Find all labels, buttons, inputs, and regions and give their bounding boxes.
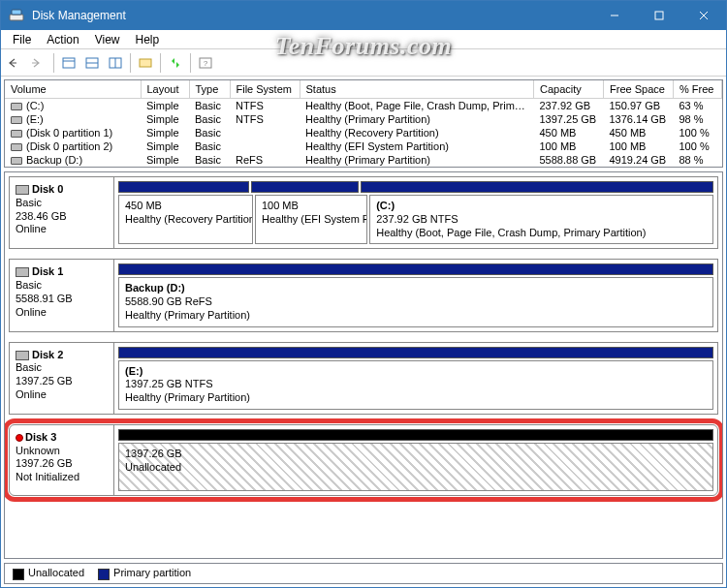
partition-lane: (E:) 1397.25 GB NTFS Healthy (Primary Pa…	[114, 343, 717, 414]
disk-icon	[16, 351, 29, 360]
col-type[interactable]: Type	[189, 80, 230, 99]
partition-boxes: Backup (D:) 5588.90 GB ReFS Healthy (Pri…	[118, 277, 713, 326]
disk-row-0[interactable]: Disk 0 Basic 238.46 GB Online 450 MB	[9, 176, 718, 249]
disk-size: 238.46 GB	[16, 210, 108, 224]
disk-row-3[interactable]: Disk 3 Unknown 1397.26 GB Not Initialize…	[9, 424, 718, 496]
menu-help[interactable]: Help	[128, 31, 168, 48]
volume-name: (E:)	[5, 112, 141, 126]
menubar: File Action View Help	[1, 30, 726, 49]
partition-boxes: 450 MB Healthy (Recovery Partition) 100 …	[118, 195, 713, 244]
layout-button-2[interactable]	[81, 52, 103, 74]
partition-box[interactable]: (E:) 1397.25 GB NTFS Healthy (Primary Pa…	[118, 360, 713, 410]
menu-file[interactable]: File	[5, 31, 39, 48]
volume-status: Healthy (Primary Partition)	[300, 153, 534, 167]
toolbar: ?	[1, 49, 726, 77]
disk-state: Not Initialized	[16, 471, 108, 484]
volume-free: 1376.14 GB	[604, 112, 674, 126]
volume-icon	[11, 103, 22, 110]
disk-icon	[16, 267, 29, 277]
col-volume[interactable]: Volume	[5, 80, 141, 99]
disk-management-window: Disk Management TenForums.com File Actio…	[0, 0, 727, 588]
disk-icon	[16, 185, 29, 195]
volume-row[interactable]: (Disk 0 partition 1)SimpleBasicHealthy (…	[5, 126, 722, 139]
volume-icon	[11, 130, 22, 138]
volume-row[interactable]: Backup (D:)SimpleBasicReFSHealthy (Prima…	[5, 153, 722, 167]
back-button[interactable]	[5, 52, 26, 74]
properties-button[interactable]	[135, 52, 156, 74]
volume-capacity: 100 MB	[534, 139, 604, 153]
volume-free: 450 MB	[604, 126, 674, 139]
app-icon	[9, 8, 24, 23]
disk-info-2: Disk 2 Basic 1397.25 GB Online	[10, 343, 114, 414]
partition-strip	[118, 429, 713, 441]
volume-row[interactable]: (Disk 0 partition 2)SimpleBasicHealthy (…	[5, 139, 722, 153]
col-layout[interactable]: Layout	[141, 80, 189, 99]
layout-button-1[interactable]	[58, 52, 79, 74]
volume-header-row: Volume Layout Type File System Status Ca…	[5, 80, 722, 99]
menu-view[interactable]: View	[87, 31, 128, 48]
partition-sub: 5588.90 GB ReFS	[125, 295, 707, 309]
partition-boxes: (E:) 1397.25 GB NTFS Healthy (Primary Pa…	[118, 360, 713, 410]
volume-pct: 63 %	[674, 99, 722, 113]
legend-primary: Primary partition	[98, 567, 191, 579]
volume-layout: Simple	[141, 139, 189, 153]
refresh-button[interactable]	[165, 52, 186, 74]
legend-unallocated-label: Unallocated	[28, 567, 84, 578]
col-pct[interactable]: % Free	[674, 80, 722, 99]
disk-row-2[interactable]: Disk 2 Basic 1397.25 GB Online (E:) 1397…	[9, 342, 718, 415]
partition-box[interactable]: Backup (D:) 5588.90 GB ReFS Healthy (Pri…	[118, 277, 713, 326]
volume-capacity: 5588.88 GB	[534, 153, 604, 167]
disk-name: Disk 3	[25, 431, 56, 443]
volume-icon	[11, 116, 22, 124]
minimize-button[interactable]	[592, 1, 637, 30]
col-free[interactable]: Free Space	[604, 80, 674, 99]
disk-size: 1397.26 GB	[16, 457, 108, 471]
volume-list-panel: Volume Layout Type File System Status Ca…	[4, 79, 723, 168]
disk-map-panel: Disk 0 Basic 238.46 GB Online 450 MB	[4, 171, 723, 559]
partition-box[interactable]: (C:) 237.92 GB NTFS Healthy (Boot, Page …	[369, 195, 713, 244]
partition-box[interactable]: 450 MB Healthy (Recovery Partition)	[118, 195, 253, 244]
partition-boxes: 1397.26 GB Unallocated	[118, 443, 713, 491]
disk-info-1: Disk 1 Basic 5588.91 GB Online	[10, 260, 114, 330]
col-fs[interactable]: File System	[230, 80, 300, 99]
volume-row[interactable]: (C:)SimpleBasicNTFSHealthy (Boot, Page F…	[5, 99, 722, 113]
disk-name: Disk 0	[32, 183, 63, 195]
partition-box[interactable]: 100 MB Healthy (EFI System Partition)	[255, 195, 367, 244]
col-status[interactable]: Status	[300, 80, 534, 99]
disk-info-3: Disk 3 Unknown 1397.26 GB Not Initialize…	[10, 425, 114, 495]
window-title: Disk Management	[32, 9, 592, 22]
volume-row[interactable]: (E:)SimpleBasicNTFSHealthy (Primary Part…	[5, 112, 722, 126]
maximize-button[interactable]	[637, 1, 681, 30]
volume-type: Basic	[189, 153, 230, 167]
disk-type: Unknown	[16, 445, 108, 458]
layout-button-3[interactable]	[105, 52, 126, 74]
menu-action[interactable]: Action	[39, 31, 86, 48]
close-button[interactable]	[681, 1, 726, 30]
volume-table: Volume Layout Type File System Status Ca…	[5, 80, 722, 167]
disk-state: Online	[16, 306, 108, 320]
help-button[interactable]: ?	[195, 52, 216, 74]
volume-name: (Disk 0 partition 2)	[5, 139, 141, 153]
volume-type: Basic	[189, 99, 230, 113]
partition-status: Unallocated	[125, 461, 707, 475]
col-capacity[interactable]: Capacity	[534, 80, 604, 99]
volume-pct: 98 %	[674, 112, 722, 126]
disk-type: Basic	[16, 197, 108, 210]
strip-seg	[251, 181, 359, 193]
strip-seg	[118, 347, 713, 358]
legend-unallocated: Unallocated	[13, 567, 84, 579]
disk-row-1[interactable]: Disk 1 Basic 5588.91 GB Online Backup (D…	[9, 259, 718, 331]
volume-type: Basic	[189, 112, 230, 126]
partition-lane: Backup (D:) 5588.90 GB ReFS Healthy (Pri…	[114, 260, 717, 330]
volume-status: Healthy (EFI System Partition)	[300, 139, 534, 153]
volume-status: Healthy (Boot, Page File, Crash Dump, Pr…	[300, 99, 534, 113]
partition-box-unallocated[interactable]: 1397.26 GB Unallocated	[118, 443, 713, 491]
forward-button[interactable]	[28, 52, 49, 74]
disk-type: Basic	[16, 361, 108, 375]
titlebar: Disk Management	[1, 1, 726, 30]
legend: Unallocated Primary partition	[4, 563, 723, 584]
volume-status: Healthy (Primary Partition)	[300, 112, 534, 126]
error-icon	[16, 434, 23, 442]
legend-primary-label: Primary partition	[113, 567, 191, 578]
partition-status: Healthy (EFI System Partition)	[262, 213, 361, 227]
